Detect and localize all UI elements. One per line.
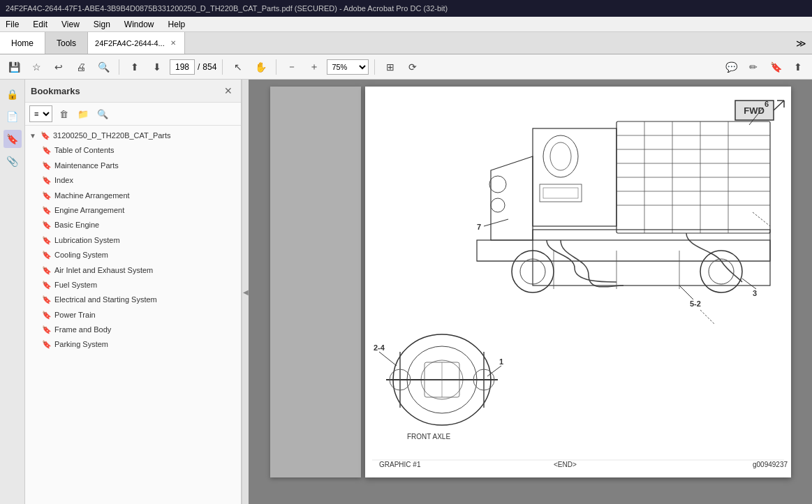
draw-button[interactable]: ✏	[744, 57, 763, 77]
bookmark-frame-body[interactable]: 🔖 Frame and Body	[39, 323, 241, 337]
bookmark-button[interactable]: ☆	[27, 57, 46, 77]
bookmarks-content: Bookmarks ✕ ≡ 🗑 📁 🔍 ▼ 🔖 31200250_D_TH220…	[25, 80, 241, 504]
pdf-page-main: FWD	[365, 87, 791, 477]
bookmark-engine-arrangement[interactable]: 🔖 Engine Arrangement	[39, 203, 241, 218]
save-button[interactable]: 💾	[4, 57, 24, 77]
end-label: <END>	[554, 461, 577, 468]
bookmarks-header: Bookmarks ✕	[25, 80, 241, 103]
bm-icon-1: 🔖	[42, 161, 52, 170]
menu-view[interactable]: View	[59, 18, 82, 31]
bookmarks-close-button[interactable]: ✕	[221, 84, 235, 98]
rotate-button[interactable]: ⟳	[403, 57, 422, 77]
bm-label-10: Electrical and Starting System	[54, 295, 237, 305]
graphic-label: GRAPHIC #1	[379, 461, 421, 468]
tab-document[interactable]: 24F2FA4C-2644-4... ✕	[88, 32, 185, 54]
bookmark-fuel-system[interactable]: 🔖 Fuel System	[39, 278, 241, 292]
svg-text:1: 1	[499, 357, 503, 366]
bookmark-index[interactable]: 🔖 Index	[39, 173, 241, 188]
bookmark-table-of-contents[interactable]: 🔖 Table of Contents	[39, 143, 241, 158]
bookmarks-options-dropdown[interactable]: ≡	[29, 105, 52, 122]
bm-icon-6: 🔖	[42, 236, 52, 245]
share-button[interactable]: ⬆	[788, 57, 808, 77]
menu-file[interactable]: File	[3, 18, 22, 31]
toolbar-right: 💬 ✏ 🔖 ⬆	[721, 57, 808, 77]
title-text: 24F2FA4C-2644-47F1-ABE4-3B9B4D0875B33120…	[6, 4, 448, 13]
svg-text:2-4: 2-4	[374, 343, 385, 352]
bookmark-lubrication-system[interactable]: 🔖 Lubrication System	[39, 233, 241, 248]
bm-label-6: Lubrication System	[54, 235, 237, 246]
bookmark-maintenance-parts[interactable]: 🔖 Maintenance Parts	[39, 158, 241, 173]
bm-icon-4: 🔖	[42, 206, 52, 215]
hand-tool-button[interactable]: ✋	[251, 57, 270, 77]
search-button[interactable]: 🔍	[94, 57, 113, 77]
bookmark-parking-system[interactable]: 🔖 Parking System	[39, 337, 241, 352]
svg-text:FRONT AXLE: FRONT AXLE	[407, 433, 450, 440]
separator-1	[119, 59, 119, 75]
bookmark-root[interactable]: ▼ 🔖 31200250_D_TH220B_CAT_Parts	[25, 128, 241, 143]
bm-icon-8: 🔖	[42, 266, 52, 275]
bookmarks-panel: Bookmarks ✕ ≡ 🗑 📁 🔍 ▼ 🔖 31200250_D_TH220…	[25, 80, 242, 504]
tab-close-button[interactable]: ✕	[169, 38, 177, 48]
menu-edit[interactable]: Edit	[30, 18, 50, 31]
separator-2	[222, 59, 223, 75]
bm-label-0: Table of Contents	[54, 145, 237, 156]
bookmarks-toolbar: ≡ 🗑 📁 🔍	[25, 103, 241, 126]
bookmark-electrical-starting[interactable]: 🔖 Electrical and Starting System	[39, 292, 241, 307]
side-icon-attachments[interactable]: 📎	[3, 152, 22, 170]
zoom-out-button[interactable]: －	[282, 57, 302, 77]
bookmark-machine-arrangement[interactable]: 🔖 Machine Arrangement	[39, 188, 241, 203]
bookmarks-delete-button[interactable]: 🗑	[55, 105, 72, 122]
tab-overflow-button[interactable]: ≫	[790, 32, 812, 54]
side-icon-bookmarks[interactable]: 🔖	[3, 130, 22, 148]
menu-sign[interactable]: Sign	[91, 18, 113, 31]
title-bar: 24F2FA4C-2644-47F1-ABE4-3B9B4D0875B33120…	[0, 0, 812, 17]
main-area: 🔒 📄 🔖 📎 Bookmarks ✕ ≡ 🗑 📁 🔍 ▼	[0, 80, 812, 504]
side-icon-pages[interactable]: 📄	[3, 108, 22, 126]
back-button[interactable]: ↩	[49, 57, 68, 77]
bookmarks-search-button[interactable]: 🔍	[94, 105, 111, 122]
bm-label-7: Cooling System	[54, 250, 237, 260]
bm-icon-0: 🔖	[42, 146, 52, 155]
menu-help[interactable]: Help	[165, 18, 189, 31]
svg-text:3: 3	[753, 289, 757, 297]
menu-bar: File Edit View Sign Window Help	[0, 17, 812, 32]
stamp-button[interactable]: 🔖	[766, 57, 785, 77]
panel-resize-handle[interactable]: ◀	[242, 80, 249, 504]
toolbar: 💾 ☆ ↩ 🖨 🔍 ⬆ ⬇ / 854 ↖ ✋ － ＋ 75% 50% 100%…	[0, 54, 812, 80]
total-pages: 854	[202, 62, 216, 72]
bookmark-cooling-system[interactable]: 🔖 Cooling System	[39, 248, 241, 262]
fit-page-button[interactable]: ⊞	[381, 57, 400, 77]
bookmarks-new-button[interactable]: 📁	[75, 105, 91, 122]
root-bookmark-icon: 🔖	[40, 131, 50, 140]
prev-page-button[interactable]: ⬆	[125, 57, 145, 77]
next-page-button[interactable]: ⬇	[147, 57, 167, 77]
print-button[interactable]: 🖨	[71, 57, 91, 77]
bookmarks-tree[interactable]: ▼ 🔖 31200250_D_TH220B_CAT_Parts 🔖 Table …	[25, 126, 241, 504]
bookmark-basic-engine[interactable]: 🔖 Basic Engine	[39, 218, 241, 232]
bm-label-1: Maintenance Parts	[54, 161, 237, 171]
zoom-in-button[interactable]: ＋	[304, 57, 324, 77]
pdf-viewer-area[interactable]: FWD	[249, 80, 812, 504]
comment-button[interactable]: 💬	[721, 57, 741, 77]
side-icon-lock[interactable]: 🔒	[3, 85, 22, 103]
page-number-input[interactable]	[170, 59, 195, 75]
separator-3	[276, 59, 276, 75]
bm-label-11: Power Train	[54, 310, 237, 320]
select-tool-button[interactable]: ↖	[228, 57, 248, 77]
menu-window[interactable]: Window	[121, 18, 157, 31]
bm-icon-2: 🔖	[42, 176, 52, 185]
bm-label-5: Basic Engine	[54, 220, 237, 230]
separator-4	[374, 59, 375, 75]
bm-icon-11: 🔖	[42, 311, 52, 320]
pdf-page-thumbnail	[270, 87, 361, 477]
bm-icon-12: 🔖	[42, 325, 52, 334]
page-separator: /	[198, 62, 200, 72]
tab-home[interactable]: Home	[0, 32, 45, 54]
svg-text:6: 6	[765, 100, 769, 108]
page-navigation: / 854	[170, 59, 216, 75]
bm-label-4: Engine Arrangement	[54, 205, 237, 216]
zoom-dropdown[interactable]: 75% 50% 100% 125% 150%	[327, 59, 369, 75]
bookmark-air-inlet[interactable]: 🔖 Air Inlet and Exhaust System	[39, 263, 241, 278]
bookmark-power-train[interactable]: 🔖 Power Train	[39, 308, 241, 323]
tab-tools[interactable]: Tools	[45, 32, 88, 54]
